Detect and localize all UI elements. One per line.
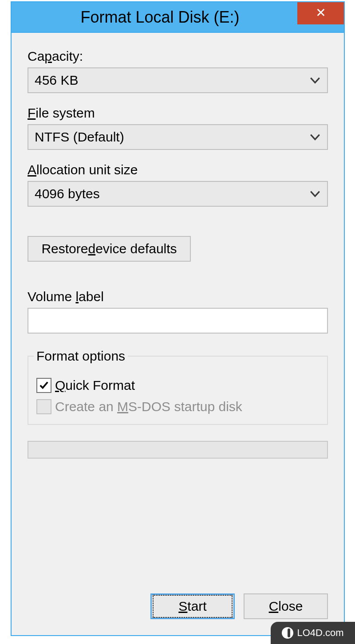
chevron-down-icon — [309, 130, 321, 145]
msdos-checkbox — [36, 399, 51, 414]
restore-defaults-button[interactable]: Restore device defaults — [28, 236, 191, 262]
quick-format-checkbox[interactable] — [36, 378, 51, 393]
capacity-combo[interactable]: 456 KB — [28, 67, 328, 93]
close-icon — [316, 8, 326, 19]
progress-bar — [28, 441, 328, 459]
allocation-combo[interactable]: 4096 bytes — [28, 181, 328, 207]
chevron-down-icon — [309, 73, 321, 88]
start-button[interactable]: Start — [150, 593, 235, 619]
title-bar: Format Local Disk (E:) — [12, 2, 344, 32]
quick-format-row[interactable]: Quick Format — [36, 378, 319, 393]
volume-label-label: Volume label — [28, 289, 328, 304]
msdos-row: Create an MS-DOS startup disk — [36, 399, 319, 414]
allocation-value: 4096 bytes — [35, 186, 100, 201]
watermark-text: LO4D.com — [297, 627, 343, 639]
client-area: Capacity: 456 KB File system NTFS (Defau… — [12, 32, 344, 635]
file-system-combo[interactable]: NTFS (Default) — [28, 124, 328, 150]
format-dialog-window: Format Local Disk (E:) Capacity: 456 KB … — [11, 1, 345, 636]
msdos-label: Create an MS-DOS startup disk — [55, 399, 242, 414]
chevron-down-icon — [309, 186, 321, 201]
allocation-label: Allocation unit size — [28, 162, 328, 177]
quick-format-label: Quick Format — [55, 378, 135, 393]
file-system-value: NTFS (Default) — [35, 130, 124, 145]
volume-label-input[interactable] — [28, 308, 328, 334]
window-title: Format Local Disk (E:) — [12, 8, 344, 27]
format-options-legend: Format options — [34, 349, 128, 364]
watermark: LO4D.com — [271, 622, 355, 644]
capacity-label: Capacity: — [28, 49, 328, 64]
file-system-label: File system — [28, 106, 328, 121]
capacity-value: 456 KB — [35, 73, 78, 88]
close-window-button[interactable] — [297, 2, 344, 24]
format-options-group: Format options Quick Format Create an MS… — [28, 349, 328, 425]
button-row: Start Close — [28, 593, 328, 619]
close-button[interactable]: Close — [244, 593, 328, 619]
watermark-logo-icon — [282, 627, 293, 639]
